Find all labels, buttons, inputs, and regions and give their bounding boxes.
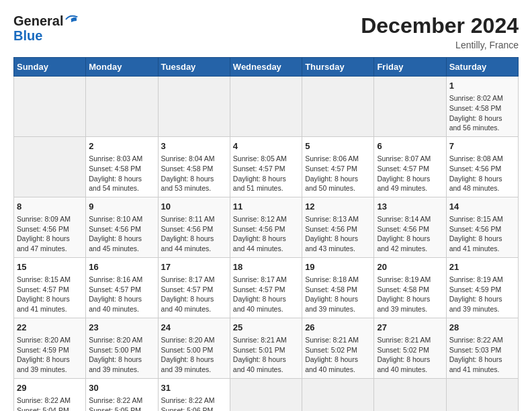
- day-info: Sunrise: 8:16 AMSunset: 4:57 PMDaylight:…: [89, 275, 154, 314]
- calendar-cell: [302, 378, 374, 411]
- calendar-cell: [158, 77, 230, 137]
- day-number: 18: [233, 261, 299, 273]
- day-info: Sunrise: 8:11 AMSunset: 4:56 PMDaylight:…: [161, 214, 227, 254]
- day-number: 20: [377, 261, 443, 273]
- calendar-cell: 8Sunrise: 8:09 AMSunset: 4:56 PMDaylight…: [14, 197, 86, 257]
- day-number: 4: [233, 140, 299, 152]
- calendar-cell: 13Sunrise: 8:14 AMSunset: 4:56 PMDayligh…: [374, 197, 446, 257]
- day-info: Sunrise: 8:21 AMSunset: 5:01 PMDaylight:…: [233, 335, 299, 375]
- title-block: December 2024 Lentilly, France: [361, 13, 519, 50]
- day-info: Sunrise: 8:22 AMSunset: 5:03 PMDaylight:…: [449, 335, 515, 375]
- calendar-cell: 21Sunrise: 8:19 AMSunset: 4:59 PMDayligh…: [446, 257, 518, 318]
- day-number: 26: [305, 322, 371, 334]
- day-info: Sunrise: 8:12 AMSunset: 4:56 PMDaylight:…: [233, 214, 299, 254]
- day-number: 21: [449, 261, 515, 273]
- calendar-cell: 7Sunrise: 8:08 AMSunset: 4:56 PMDaylight…: [446, 136, 518, 197]
- day-number: 13: [377, 201, 443, 213]
- calendar-cell: 11Sunrise: 8:12 AMSunset: 4:56 PMDayligh…: [230, 197, 302, 257]
- calendar-cell: 9Sunrise: 8:10 AMSunset: 4:56 PMDaylight…: [86, 197, 158, 257]
- day-info: Sunrise: 8:08 AMSunset: 4:56 PMDaylight:…: [449, 154, 515, 193]
- calendar-cell: [230, 378, 302, 411]
- col-thursday: Thursday: [302, 58, 374, 77]
- day-number: 22: [17, 322, 83, 334]
- calendar-cell: 23Sunrise: 8:20 AMSunset: 5:00 PMDayligh…: [86, 318, 158, 378]
- day-number: 25: [233, 322, 299, 334]
- calendar-cell: 17Sunrise: 8:17 AMSunset: 4:57 PMDayligh…: [158, 257, 230, 318]
- day-info: Sunrise: 8:22 AMSunset: 5:06 PMDaylight:…: [161, 396, 227, 411]
- calendar-cell: 31Sunrise: 8:22 AMSunset: 5:06 PMDayligh…: [158, 378, 230, 411]
- day-info: Sunrise: 8:09 AMSunset: 4:56 PMDaylight:…: [17, 214, 83, 254]
- col-tuesday: Tuesday: [158, 58, 230, 77]
- day-number: 3: [161, 140, 227, 152]
- calendar-cell: 16Sunrise: 8:16 AMSunset: 4:57 PMDayligh…: [86, 257, 158, 318]
- day-number: 14: [449, 201, 515, 213]
- day-info: Sunrise: 8:03 AMSunset: 4:58 PMDaylight:…: [89, 154, 154, 193]
- calendar-cell: [14, 77, 86, 137]
- day-info: Sunrise: 8:14 AMSunset: 4:56 PMDaylight:…: [377, 214, 443, 254]
- day-number: 2: [89, 140, 154, 152]
- calendar-cell: 28Sunrise: 8:22 AMSunset: 5:03 PMDayligh…: [446, 318, 518, 378]
- day-number: 24: [161, 322, 227, 334]
- calendar-body: 1Sunrise: 8:02 AMSunset: 4:58 PMDaylight…: [14, 77, 519, 412]
- day-info: Sunrise: 8:20 AMSunset: 4:59 PMDaylight:…: [17, 335, 83, 375]
- calendar-cell: [374, 378, 446, 411]
- calendar-cell: 4Sunrise: 8:05 AMSunset: 4:57 PMDaylight…: [230, 136, 302, 197]
- calendar-cell: 3Sunrise: 8:04 AMSunset: 4:58 PMDaylight…: [158, 136, 230, 197]
- day-number: 11: [233, 201, 299, 213]
- day-info: Sunrise: 8:19 AMSunset: 4:58 PMDaylight:…: [377, 275, 443, 314]
- day-number: 17: [161, 261, 227, 273]
- location: Lentilly, France: [361, 40, 519, 50]
- calendar-cell: 25Sunrise: 8:21 AMSunset: 5:01 PMDayligh…: [230, 318, 302, 378]
- calendar-cell: [302, 77, 374, 137]
- day-info: Sunrise: 8:17 AMSunset: 4:57 PMDaylight:…: [233, 275, 299, 314]
- day-info: Sunrise: 8:10 AMSunset: 4:56 PMDaylight:…: [89, 214, 154, 254]
- logo: General Blue: [13, 13, 78, 43]
- day-info: Sunrise: 8:20 AMSunset: 5:00 PMDaylight:…: [89, 335, 154, 375]
- day-number: 15: [17, 261, 83, 273]
- calendar-cell: 19Sunrise: 8:18 AMSunset: 4:58 PMDayligh…: [302, 257, 374, 318]
- col-sunday: Sunday: [14, 58, 86, 77]
- calendar-cell: [374, 77, 446, 137]
- day-number: 1: [449, 80, 515, 92]
- calendar-cell: [446, 378, 518, 411]
- calendar-cell: 29Sunrise: 8:22 AMSunset: 5:04 PMDayligh…: [14, 378, 86, 411]
- day-number: 19: [305, 261, 371, 273]
- calendar-cell: 26Sunrise: 8:21 AMSunset: 5:02 PMDayligh…: [302, 318, 374, 378]
- calendar-cell: 15Sunrise: 8:15 AMSunset: 4:57 PMDayligh…: [14, 257, 86, 318]
- day-info: Sunrise: 8:07 AMSunset: 4:57 PMDaylight:…: [377, 154, 443, 193]
- day-info: Sunrise: 8:15 AMSunset: 4:56 PMDaylight:…: [449, 214, 515, 254]
- calendar-cell: 10Sunrise: 8:11 AMSunset: 4:56 PMDayligh…: [158, 197, 230, 257]
- logo-blue: Blue: [13, 28, 78, 43]
- day-number: 9: [89, 201, 154, 213]
- day-info: Sunrise: 8:22 AMSunset: 5:05 PMDaylight:…: [89, 396, 154, 411]
- calendar-cell: 1Sunrise: 8:02 AMSunset: 4:58 PMDaylight…: [446, 77, 518, 137]
- month-title: December 2024: [361, 13, 519, 38]
- day-number: 29: [17, 382, 83, 394]
- calendar-cell: 30Sunrise: 8:22 AMSunset: 5:05 PMDayligh…: [86, 378, 158, 411]
- col-monday: Monday: [86, 58, 158, 77]
- calendar-cell: 14Sunrise: 8:15 AMSunset: 4:56 PMDayligh…: [446, 197, 518, 257]
- day-number: 30: [89, 382, 154, 394]
- day-number: 7: [449, 140, 515, 152]
- calendar-header-row: Sunday Monday Tuesday Wednesday Thursday…: [14, 58, 519, 77]
- day-info: Sunrise: 8:20 AMSunset: 5:00 PMDaylight:…: [161, 335, 227, 375]
- day-number: 31: [161, 382, 227, 394]
- calendar-cell: 20Sunrise: 8:19 AMSunset: 4:58 PMDayligh…: [374, 257, 446, 318]
- day-info: Sunrise: 8:02 AMSunset: 4:58 PMDaylight:…: [449, 93, 515, 133]
- calendar-week-4: 15Sunrise: 8:15 AMSunset: 4:57 PMDayligh…: [14, 257, 519, 318]
- day-info: Sunrise: 8:13 AMSunset: 4:56 PMDaylight:…: [305, 214, 371, 254]
- col-saturday: Saturday: [446, 58, 518, 77]
- col-wednesday: Wednesday: [230, 58, 302, 77]
- day-number: 8: [17, 201, 83, 213]
- day-info: Sunrise: 8:21 AMSunset: 5:02 PMDaylight:…: [305, 335, 371, 375]
- calendar-cell: 18Sunrise: 8:17 AMSunset: 4:57 PMDayligh…: [230, 257, 302, 318]
- calendar-cell: [14, 136, 86, 197]
- day-number: 23: [89, 322, 154, 334]
- day-info: Sunrise: 8:21 AMSunset: 5:02 PMDaylight:…: [377, 335, 443, 375]
- day-number: 12: [305, 201, 371, 213]
- calendar-cell: 12Sunrise: 8:13 AMSunset: 4:56 PMDayligh…: [302, 197, 374, 257]
- logo-bird-icon: [64, 14, 78, 25]
- calendar-week-3: 8Sunrise: 8:09 AMSunset: 4:56 PMDaylight…: [14, 197, 519, 257]
- calendar-cell: 27Sunrise: 8:21 AMSunset: 5:02 PMDayligh…: [374, 318, 446, 378]
- day-info: Sunrise: 8:19 AMSunset: 4:59 PMDaylight:…: [449, 275, 515, 314]
